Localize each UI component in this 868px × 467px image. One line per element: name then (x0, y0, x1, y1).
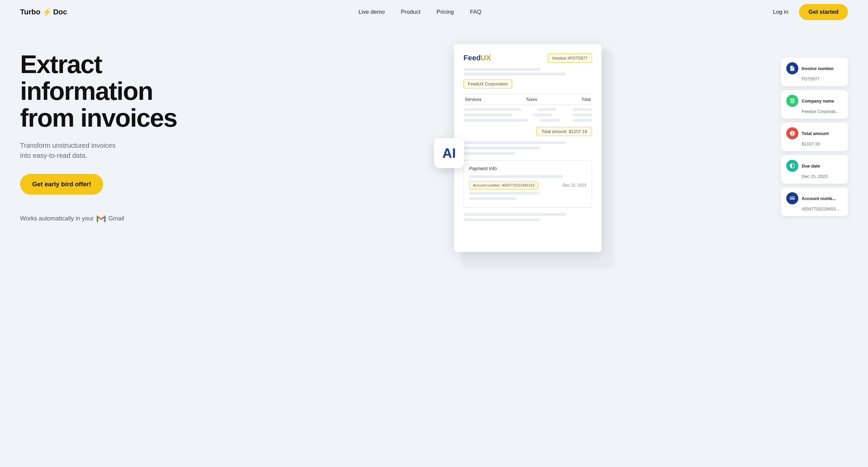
card-total-amount-value: $1107.18 (786, 141, 842, 146)
logo-bolt: ⚡ (42, 7, 52, 17)
due-date-icon (786, 160, 798, 172)
logo-text-turbo: Turbo (20, 8, 40, 17)
invoice-number-icon (786, 62, 798, 75)
card-company-name-value: Feedux Corporati... (786, 109, 842, 114)
account-badge: Account number: 4004770151945319 (469, 181, 538, 189)
invoice-number-badge: Invoice #FD75977 (548, 54, 592, 63)
login-link[interactable]: Log in (773, 9, 788, 16)
early-bird-button[interactable]: Get early bird offer! (20, 174, 103, 195)
invoice-document: FeedUX Invoice #FD75977 FeedUX Corporati… (454, 44, 601, 252)
logo[interactable]: Turbo ⚡ Doc (20, 7, 67, 17)
card-total-amount-label: Total amount (802, 131, 829, 136)
due-date-text: Dec 15, 2023 (563, 183, 586, 187)
nav-right: Log in Get started (773, 4, 848, 20)
hero-subtitle: Transform unstructured invoices into eas… (20, 140, 208, 160)
card-invoice-number: Invoice number FD75977 (781, 58, 848, 86)
table-row-3 (463, 119, 592, 122)
gmail-notice: Works automatically in your Gmail (20, 215, 208, 222)
nav-pricing[interactable]: Pricing (437, 9, 454, 15)
gmail-label: Gmail (108, 215, 124, 222)
cards-panel: Invoice number FD75977 Company name Feed… (781, 58, 848, 216)
navbar: Turbo ⚡ Doc Live demo Product Pricing FA… (0, 0, 868, 24)
card-company-name-label: Company name (802, 98, 834, 104)
card-total-amount: Total amount $1107.18 (781, 123, 848, 151)
card-company-name: Company name Feedux Corporati... (781, 90, 848, 119)
card-due-date: Due date Dec 15, 2023 (781, 155, 848, 183)
card-invoice-number-label: Invoice number (802, 66, 834, 71)
company-badge: FeedUX Corporation (463, 79, 512, 88)
feedux-logo: FeedUX (463, 54, 491, 62)
card-account-number: Account numb... 40047701519453... (781, 187, 848, 216)
gmail-notice-text: Works automatically in your (20, 215, 94, 222)
company-name-icon (786, 95, 798, 107)
card-due-date-label: Due date (802, 164, 820, 169)
invoice-placeholder-lines (463, 68, 592, 76)
logo-text-doc: Doc (53, 8, 67, 17)
nav-faq[interactable]: FAQ (470, 9, 482, 15)
nav-live-demo[interactable]: Live demo (359, 9, 385, 15)
col-services: Services (465, 97, 482, 102)
total-badge: Total amount $1107.18 (536, 127, 592, 136)
spacer-lines (463, 141, 592, 155)
payment-title: Payment Info (469, 166, 586, 171)
invoice-header: FeedUX Invoice #FD75977 (463, 54, 592, 63)
hero-left: Extract information from invoices Transf… (20, 37, 208, 222)
nav-links: Live demo Product Pricing FAQ (359, 9, 482, 16)
nav-product[interactable]: Product (401, 9, 421, 15)
payment-section: Payment Info Account number: 40047701519… (463, 160, 592, 208)
table-row-1 (463, 108, 592, 111)
hero-section: Extract information from invoices Transf… (0, 24, 868, 467)
ai-label: AI (442, 146, 456, 161)
invoice-table-rows (463, 108, 592, 122)
hero-right: FeedUX Invoice #FD75977 FeedUX Corporati… (208, 37, 848, 272)
ai-chip: AI (434, 138, 464, 168)
invoice-table-header: Services Taxes Total (463, 94, 592, 105)
card-account-number-label: Account numb... (802, 196, 836, 201)
table-row-2 (463, 114, 592, 116)
card-account-number-value: 40047701519453... (786, 206, 842, 211)
card-due-date-value: Dec 15, 2023 (786, 174, 842, 179)
account-number-icon (786, 192, 798, 204)
gmail-icon (96, 215, 106, 222)
line-1 (463, 68, 540, 71)
payment-row: Account number: 4004770151945319 Dec 15,… (469, 181, 586, 189)
card-invoice-number-value: FD75977 (786, 77, 842, 81)
hero-title: Extract information from invoices (20, 51, 208, 131)
total-amount-icon (786, 127, 798, 139)
invoice-stack: FeedUX Invoice #FD75977 FeedUX Corporati… (454, 44, 615, 272)
total-row: Total amount $1107.18 (463, 127, 592, 136)
get-started-button[interactable]: Get started (799, 4, 848, 20)
col-total: Total (582, 97, 591, 102)
col-taxes: Taxes (526, 97, 537, 102)
line-2 (463, 73, 566, 76)
